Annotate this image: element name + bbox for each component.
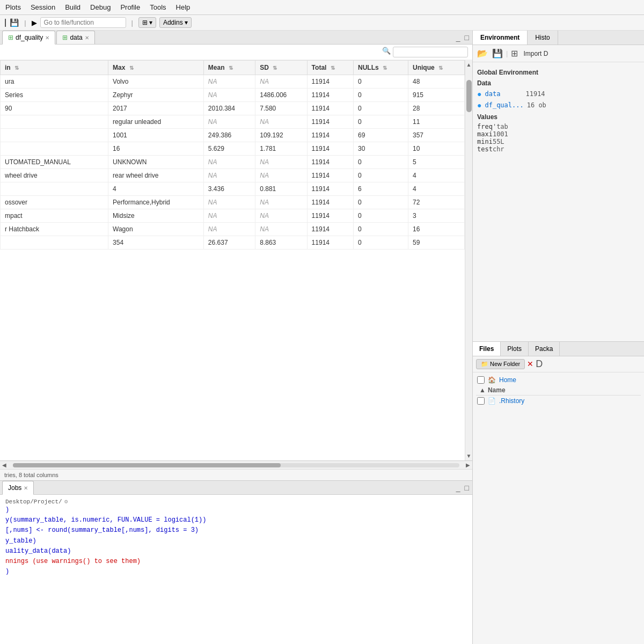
table-cell: NA	[203, 75, 255, 89]
col-header-unique[interactable]: Unique ⇅	[408, 61, 465, 75]
env-panel: Environment Histo 📂 💾 | ⊞ Import D Globa…	[473, 31, 644, 342]
console-maximize-button[interactable]: □	[464, 484, 470, 492]
table-cell: 0	[353, 223, 408, 236]
toolbar-icon-1[interactable]: |	[4, 18, 6, 27]
grid-button[interactable]: ⊞ ▾	[138, 17, 156, 28]
table-cell	[1, 142, 108, 156]
env-data-item[interactable]: ●data11914	[477, 89, 640, 99]
data-table: in ⇅ Max ⇅ Mean ⇅ SD ⇅ Total ⇅ NULLs ⇅ U…	[0, 60, 465, 250]
tab-df-quality[interactable]: ⊞ df_quality ✕	[2, 31, 55, 45]
table-cell: 11	[408, 115, 465, 129]
scroll-left-arrow[interactable]: ◀	[0, 462, 9, 468]
table-cell: NA	[203, 209, 255, 223]
table-cell: Volvo	[108, 75, 204, 89]
console-path-icon[interactable]: ⚙	[64, 498, 68, 505]
table-cell: 6	[353, 182, 408, 196]
col-header-mean[interactable]: Mean ⇅	[203, 61, 255, 75]
tab-data-close[interactable]: ✕	[85, 35, 89, 41]
home-item[interactable]: 🏠 Home	[476, 375, 641, 385]
tab-files[interactable]: Files	[473, 342, 501, 356]
addins-button[interactable]: Addins ▾	[159, 17, 192, 28]
table-cell: 0	[353, 169, 408, 182]
table-cell: 11914	[307, 182, 353, 196]
col-header-nulls[interactable]: NULLs ⇅	[353, 61, 408, 75]
new-folder-button[interactable]: 📁 New Folder	[476, 359, 525, 369]
env-save-btn[interactable]: 💾	[491, 47, 504, 60]
tab-jobs[interactable]: Jobs ✕	[2, 481, 34, 495]
table-cell: 0	[353, 209, 408, 223]
val-value: chr	[493, 145, 504, 153]
delete-button[interactable]: ✕	[527, 360, 533, 368]
rhistory-checkbox[interactable]	[477, 397, 485, 405]
go-forward-icon[interactable]: ▶	[32, 19, 37, 27]
env-data-item[interactable]: ●df_qual...16 ob	[477, 100, 640, 110]
files-col-header: ▲ Name	[476, 385, 641, 396]
table-body: uraVolvoNANA11914048SeriesZephyrNA1486.0…	[1, 75, 465, 250]
table-cell: NA	[255, 75, 307, 89]
maximize-button[interactable]: □	[464, 33, 470, 42]
tab-data-label: data	[70, 34, 82, 41]
addins-arrow: ▾	[185, 19, 188, 26]
scroll-down-arrow[interactable]: ▼	[465, 451, 472, 460]
toolbar-save-icon[interactable]: 💾	[10, 18, 19, 27]
table-cell: 0	[353, 75, 408, 89]
main-layout: ⊞ df_quality ✕ ⊞ data ✕ _ □ 🔍	[0, 31, 644, 644]
console-path-text: Desktop/Project/	[5, 499, 62, 505]
table-cell: 0	[353, 89, 408, 102]
go-to-input[interactable]	[40, 17, 126, 28]
env-import-label[interactable]: Import D	[523, 50, 548, 57]
table-cell: 109.192	[255, 129, 307, 142]
table-cell: NA	[255, 156, 307, 169]
table-cell: NA	[255, 115, 307, 129]
menu-build[interactable]: Build	[65, 3, 80, 11]
vertical-scrollbar[interactable]: ▲ ▼	[465, 60, 472, 460]
home-checkbox[interactable]	[477, 376, 485, 384]
tab-history[interactable]: Histo	[528, 31, 558, 45]
menu-plots[interactable]: Plots	[5, 3, 21, 11]
scroll-up-arrow[interactable]: ▲	[465, 60, 472, 69]
tab-data[interactable]: ⊞ data ✕	[56, 31, 94, 44]
sort-triangle-icon[interactable]: ▲	[479, 386, 486, 394]
editor-tab-bar: ⊞ df_quality ✕ ⊞ data ✕ _ □	[0, 31, 472, 45]
menu-debug[interactable]: Debug	[90, 3, 111, 11]
console-content[interactable]: Desktop/Project/ ⚙ )y(summary_table, is.…	[0, 495, 472, 644]
scrollbar-track[interactable]	[13, 463, 459, 467]
home-label[interactable]: Home	[499, 376, 516, 384]
data-table-wrapper[interactable]: in ⇅ Max ⇅ Mean ⇅ SD ⇅ Total ⇅ NULLs ⇅ U…	[0, 60, 465, 460]
toolbar-separator2: |	[131, 19, 133, 27]
tab-df-quality-close[interactable]: ✕	[45, 35, 49, 41]
table-row: 9020172010.3847.58011914028	[1, 102, 465, 115]
col-header-max[interactable]: Max ⇅	[108, 61, 204, 75]
col-header-in[interactable]: in ⇅	[1, 61, 108, 75]
menu-help[interactable]: Help	[176, 3, 191, 11]
scrollbar-thumb[interactable]	[13, 463, 281, 467]
scroll-thumb[interactable]	[466, 80, 472, 112]
rhistory-label[interactable]: .Rhistory	[499, 397, 524, 405]
console-minimize-button[interactable]: _	[455, 484, 462, 492]
console-pane: Jobs ✕ _ □ Desktop/Project/ ⚙ )y(summary…	[0, 480, 472, 644]
env-value-items: freq'tabmaxi1001mini55Ltestchr	[477, 123, 640, 153]
search-input[interactable]	[393, 47, 468, 57]
menu-session[interactable]: Session	[31, 3, 55, 11]
table-cell: 11914	[307, 75, 353, 89]
toolbar-separator: |	[24, 19, 26, 27]
tab-environment[interactable]: Environment	[473, 31, 528, 45]
env-spreadsheet-btn[interactable]: ⊞	[510, 47, 519, 60]
val-name: freq	[477, 123, 493, 130]
tab-jobs-close[interactable]: ✕	[24, 485, 28, 491]
table-cell	[1, 236, 108, 250]
minimize-button[interactable]: _	[455, 33, 462, 42]
col-header-sd[interactable]: SD ⇅	[255, 61, 307, 75]
right-panel: Environment Histo 📂 💾 | ⊞ Import D Globa…	[472, 31, 644, 644]
menu-tools[interactable]: Tools	[150, 3, 166, 11]
env-import-btn[interactable]: 📂	[476, 47, 489, 60]
table-cell: NA	[203, 89, 255, 102]
table-cell: UNKNOWN	[108, 156, 204, 169]
tab-packages[interactable]: Packa	[529, 342, 560, 356]
rhistory-item[interactable]: 📄 .Rhistory	[476, 396, 641, 406]
table-cell: regular unleaded	[108, 115, 204, 129]
scroll-right-arrow[interactable]: ▶	[464, 462, 472, 468]
menu-profile[interactable]: Profile	[120, 3, 140, 11]
col-header-total[interactable]: Total ⇅	[307, 61, 353, 75]
tab-plots[interactable]: Plots	[501, 342, 529, 356]
